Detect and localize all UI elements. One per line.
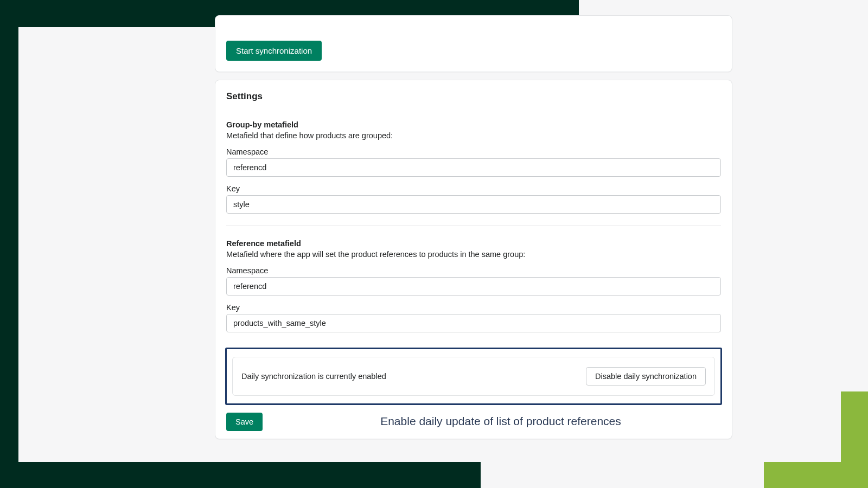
save-button[interactable]: Save [226, 413, 263, 431]
reference-namespace-label: Namespace [226, 266, 721, 275]
reference-description: Metafield where the app will set the pro… [226, 250, 721, 259]
daily-sync-status: Daily synchronization is currently enabl… [241, 372, 386, 381]
group-by-heading: Group-by metafield [226, 120, 721, 129]
divider [226, 226, 721, 226]
reference-key-input[interactable] [226, 314, 721, 332]
daily-sync-panel: Daily synchronization is currently enabl… [232, 357, 715, 396]
reference-heading: Reference metafield [226, 239, 721, 248]
annotation-caption: Enable daily update of list of product r… [270, 415, 732, 428]
sync-card: Synchronization Start synchronization [215, 15, 732, 72]
daily-sync-highlight-box: Daily synchronization is currently enabl… [225, 348, 722, 405]
settings-card: Settings Group-by metafield Metafield th… [215, 80, 732, 439]
disable-daily-sync-button[interactable]: Disable daily synchronization [586, 367, 706, 386]
group-by-namespace-label: Namespace [226, 147, 721, 156]
reference-key-label: Key [226, 303, 721, 312]
reference-namespace-input[interactable] [226, 277, 721, 296]
group-by-key-input[interactable] [226, 195, 721, 214]
decoration-dark-side [0, 0, 18, 462]
decoration-green-bottom [764, 462, 868, 488]
group-by-description: Metafield that define how products are g… [226, 131, 721, 140]
settings-title: Settings [215, 91, 732, 107]
decoration-dark-bottom [0, 462, 481, 488]
settings-body: Group-by metafield Metafield that define… [215, 120, 732, 332]
start-sync-button[interactable]: Start synchronization [226, 41, 322, 61]
group-by-namespace-input[interactable] [226, 158, 721, 177]
group-by-key-label: Key [226, 184, 721, 193]
